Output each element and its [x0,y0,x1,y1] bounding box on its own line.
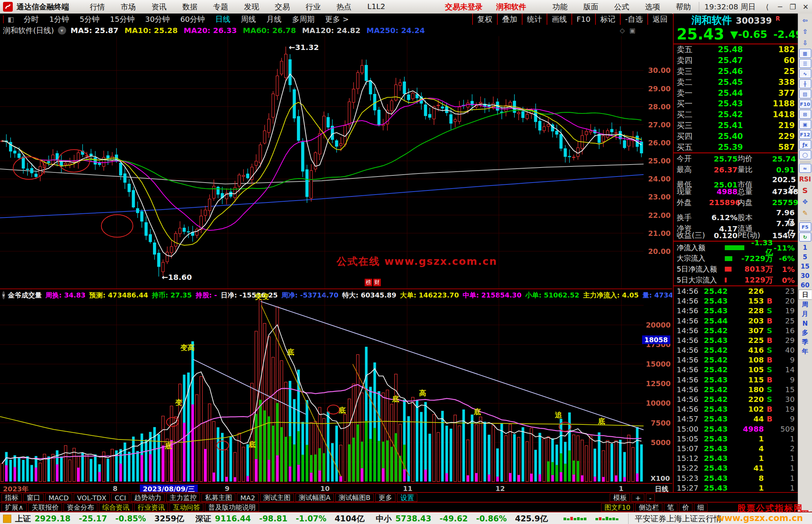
menu-item-6[interactable]: 交易 [267,2,298,12]
template-button-2[interactable]: - [646,494,655,502]
tick-row[interactable]: 14:5625.43102B19 [674,404,798,414]
menu-right-item-3[interactable]: 选项 [637,2,668,12]
menu-item-8[interactable]: 热点 [329,2,359,12]
tick-row[interactable]: 14:5625.43115B9 [674,375,798,385]
tick-row[interactable]: 14:5625.44203B25 [674,316,798,325]
candles-icon[interactable]: ╫ [799,79,811,88]
chart-tool-6[interactable]: -自选 [620,14,647,25]
tick-row[interactable]: 14:5625.42307S16 [674,326,798,335]
period-button-季[interactable]: 季 [802,337,808,347]
period-button-N[interactable]: N [802,319,807,328]
ask-row[interactable]: 卖二25.45338 [674,77,798,88]
menu-item-3[interactable]: 数据 [174,2,205,12]
menu-right-item-2[interactable]: 公式 [606,2,637,12]
tick-row[interactable]: 14:5625.43153B20 [674,296,798,306]
tick-row[interactable]: 14:5625.42180S15 [674,385,798,394]
period-button-60[interactable]: 60 [801,280,810,290]
oval-icon[interactable]: ◯ [799,150,811,159]
indicator-tab-5[interactable]: 趋势动力 [131,494,165,502]
tick-row[interactable]: 14:5625.42220S30 [674,394,798,404]
tick-row[interactable]: 15:0525.4311 [674,434,798,444]
s-icon[interactable]: S [800,185,811,195]
tick-row[interactable]: 15:0025.434988509 [674,424,798,433]
menu-item-5[interactable]: 发现 [236,2,267,12]
move-icon[interactable]: ✥ [800,196,811,207]
tick-row[interactable]: 14:5625.43225B29 [674,335,798,345]
up-arrow-icon[interactable]: ⇧ [800,26,811,36]
down-arrow-icon[interactable]: ⇩ [800,38,811,48]
ask-row[interactable]: 卖三25.4625 [674,66,798,77]
main-candlestick-chart[interactable] [0,36,644,289]
tick-row[interactable]: 15:2725.4311 [674,483,798,493]
menu-item-0[interactable]: 行情 [82,2,113,12]
formula-icon[interactable]: ƒx [799,140,811,149]
tick-row[interactable]: 14:5625.42416S40 [674,345,798,355]
chart-tool-5[interactable]: 标记 [595,14,620,25]
period-item-5[interactable]: 60分钟 [175,14,210,24]
chart-tool-2[interactable]: 统计 [522,14,547,25]
mini-tab-1[interactable]: 价 [679,503,692,512]
bid-row[interactable]: 买三25.41219 [674,120,798,131]
quote-header[interactable]: 润和软件 300339 R [674,14,798,25]
tick-row[interactable]: 14:5725.4344B9 [674,414,798,424]
extension-tab-0[interactable]: 扩展∧ [2,503,27,512]
tick-row[interactable]: 15:2225.43411 [674,463,798,473]
indicator-tab-2[interactable]: MACD [45,494,72,502]
window-button-1[interactable]: ─ [774,3,786,11]
indicator-tab-13[interactable]: 设置 [397,494,417,502]
bid-row[interactable]: 买四25.40229 [674,131,798,142]
back-arrow-icon[interactable]: ⇦ [800,15,811,25]
plate-tree-icon[interactable]: ⊞ [799,110,811,119]
indicator-tab-11[interactable]: 测试幅图B [335,494,374,502]
finance-badge[interactable]: 财 [373,279,381,286]
period-item-9[interactable]: 多周期 [287,14,320,24]
indicator-tab-0[interactable]: 指标 [2,494,22,502]
tick-row[interactable]: 14:5625.42108B9 [674,355,798,365]
period-button-日[interactable]: 日 [798,290,812,300]
trade-login-status[interactable]: 交易未登录 [438,2,489,12]
period-button-15[interactable]: 15 [801,261,810,271]
chart-tool-1[interactable]: 叠加 [497,14,522,25]
ask-row[interactable]: 卖一25.44377 [674,88,798,98]
mini-tab-0[interactable]: 笔 [664,503,677,512]
menu-item-7[interactable]: 行业 [298,2,329,12]
volume-chart[interactable]: 底变变高底突变底底底高底追底 [0,290,644,483]
template-button-1[interactable]: + [632,494,644,502]
extension-tab-5[interactable]: 互动问答 [170,503,203,512]
tick-row[interactable]: 15:1225.4311 [674,453,798,463]
period-item-8[interactable]: 月线 [261,14,287,24]
indicator-tab-1[interactable]: 窗口 [23,494,44,502]
period-button-5[interactable]: 5 [803,252,807,261]
period-button-30[interactable]: 30 [801,271,810,280]
period-item-6[interactable]: 日线 [210,14,236,24]
bid-row[interactable]: 买二25.421418 [674,109,798,120]
period-button-周[interactable]: 周 [802,300,808,309]
extension-tab-6[interactable]: 普及版功能说明 [205,503,259,512]
tick-row[interactable]: 15:0725.4342 [674,444,798,453]
ask-row[interactable]: 卖五25.48182 [674,44,798,55]
f5-icon[interactable]: F5 [799,222,811,231]
tick-row[interactable]: 14:5625.4222623 [674,286,798,296]
period-item-10[interactable]: 更多 > [320,14,354,24]
tick-row[interactable]: 15:2325.4381 [674,473,798,483]
multiline-icon[interactable]: ≈ [799,164,811,173]
f10-icon[interactable]: F10 [799,100,811,109]
menu-item-2[interactable]: 资讯 [144,2,174,12]
panel-switch-0[interactable]: 图文F10 [601,503,634,512]
chart-tool-0[interactable]: 复权 [472,14,497,25]
indicator-tab-4[interactable]: CCI [111,494,129,502]
indicator-tab-7[interactable]: 私募主图 [201,494,235,502]
connection-status-icon[interactable] [3,515,11,523]
menu-right-item-0[interactable]: 功能 [545,2,576,12]
window-button-2[interactable]: ❐ [786,3,799,11]
rsi-icon[interactable]: RSI [800,174,811,184]
clipboard-icon[interactable]: ▣ [799,120,811,129]
window-button-3[interactable]: ✕ [799,3,812,11]
window-button-0[interactable]: ⟨ [761,3,774,11]
chart-corner-icons[interactable]: ◇▣ [620,27,640,34]
indicator-tab-12[interactable]: 更多 [375,494,395,502]
mini-tab-2[interactable]: 细 [694,503,707,512]
menu-right-item-4[interactable]: 帮助 [668,2,699,12]
pane-divider[interactable] [0,288,672,289]
indicator-tab-8[interactable]: MA2 [237,494,258,502]
